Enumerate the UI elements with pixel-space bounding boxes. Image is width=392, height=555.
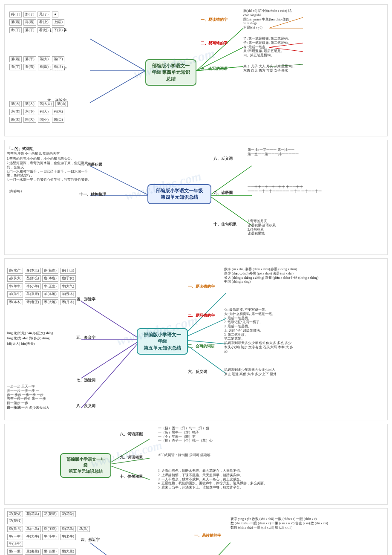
s4-jilei-content: ABB式词语：静悄悄 乐呵呵 笑嘻嘻	[158, 453, 384, 457]
branch-ciyu-label: 七、词语积累	[79, 162, 102, 168]
svg-line-23	[81, 340, 141, 408]
huixie-content: 来了 儿子 大人 月亮 从来 星星 可口 东西 自天 西方 可爱 女子 开水	[243, 64, 384, 73]
svg-line-5	[90, 71, 145, 103]
branch-fanyici-s2: 八、反义词	[213, 156, 233, 162]
svg-line-0	[196, 28, 243, 71]
svg-line-22	[81, 340, 141, 378]
branch-yanyu: 九、谚语圈	[213, 191, 233, 196]
svg-line-11	[90, 166, 150, 196]
s3-fanyici-content: 妈妈来到多少年来来去去多少出入 来去 远近 高低 大小 多少 上下 里外	[224, 368, 382, 376]
section-unit5-part2: 部编版小学语文一年级第五单元知识总结 八、词语搭配 一（幅）图一（只）鸟一（只）…	[4, 424, 388, 505]
s3-huixie-content: 妈妈来到每天多少少年 也许你太多 多么 多少 木头小(刘) 初步 文字有生 石头…	[224, 341, 382, 353]
section-unit5-part1: 部编版小学语文一年级第五单元知识总结 一、易读错的字 数字 (ān x shā)…	[4, 258, 388, 420]
svg-line-27	[188, 543, 231, 555]
branch-s5-xingjin: 四、形近字	[81, 538, 100, 543]
branch-s3-huixie: 三、会写的词语	[188, 344, 215, 349]
section-unit4-part1: 部编版小学语文一年级 第四单元知识总结 一、易读错的字 胸(shū xū) 矿小…	[4, 4, 388, 136]
s3-xingjin-left: 多(水产) 多(本老) 多(花也) 多(十山) 丛(从大) 丛(加么) 也(本也…	[7, 267, 88, 306]
svg-line-20	[81, 301, 141, 340]
tongyinzi-content: 落(着) 落(子) 落(大) 落(下) 看(了) 看(着) 看(后) 看(才)	[9, 56, 94, 71]
svg-line-24	[107, 439, 150, 465]
s4-dapei-content: 一（幅）图一（只）鸟一（只）猫 一（头）黑牛一（群）鸭子 一（个）苹果一（颗）枣…	[158, 426, 384, 443]
yiducuo-content: 胸(shū xū) 矿小胸(chuán z cuán) 鸡 chán sāng/…	[243, 9, 380, 30]
jiaju-s2-content: 1.弯弯的月亮 谚语积累·谚语积累 2.佳句积累 谚语积累地	[248, 219, 380, 236]
center-node-s4: 部编版小学语文一年级第五单元知识总结	[60, 453, 111, 478]
branch-s4-jilei: 九、词语积累	[120, 455, 143, 460]
s5-chars-topleft: 花(花朵) 花(花儿) 花(花草) 花(花朵) 花(花枝) 鸟(鸟儿) 鸟(小鸟…	[7, 511, 92, 555]
branch-jiaju-s2: 十、佳句积累	[213, 222, 236, 227]
branch-yiducuo: 一、易读错的字	[201, 17, 228, 23]
branch-s4-dapei: 八、词语搭配	[120, 432, 143, 437]
branch-s3-yixiecuo: 二、易写错的字	[188, 313, 215, 318]
branch-s3-yiducuo: 一、易读错的字	[188, 284, 215, 289]
s5-yiducuo-content: 要字 yīng x yǐn 数数 (shù x shǔ) 一眼 (chān x …	[231, 517, 386, 529]
duoyinzi-content: 得(了) 加(了) 见(了) ★ 落(着) 得(着) 看(上) 上(后) 出(了…	[9, 11, 94, 34]
s3-yixiecuo-content: 么: 最后两横, 不要写成一笔。 大: 为什么初页码, 第一笔是一笔。 1. 最…	[224, 308, 382, 341]
svg-line-30	[90, 543, 150, 555]
section-unit4-part2: 部编版小学语文一年级第四单元知识总结 「…的」式词组 弯弯的月亮 小小的船儿 蓝…	[4, 140, 388, 255]
svg-line-15	[209, 196, 252, 225]
s3-duoyinzi-content: long 龙(长龙) bàn 办(正文) shíng long 龙(龙) dào…	[7, 331, 79, 346]
yixiecuo-content: 了: 第一笔是横撇, 第二笔是钩。 子: 第一笔是横撇, 第二笔是钩。 令: 最…	[243, 37, 384, 58]
jiegou-content: （内容略）	[7, 189, 84, 194]
svg-line-3	[90, 39, 145, 71]
branch-s3-fanyici: 六、反义词	[188, 370, 207, 375]
center-node-s2: 部编版小学语文一年级第四单元知识总结	[147, 184, 211, 204]
s3-yiducuo-content: 数字 (ān x shā) 渐雾 (chén x shén) 静墨 (shēng…	[224, 267, 382, 284]
page: 部编版小学语文一年级 第四单元知识总结 一、易读错的字 胸(shū xū) 矿小…	[0, 0, 392, 555]
yanyu-content: 一一十十一十一十一十十 十一一十十 一一一 一十一十一一一一一 一十一 一十一一…	[248, 185, 380, 194]
branch-huixie: 三、会写的词语	[201, 66, 228, 72]
s4-jiaju-content: 1. 近看山有色，远听水无声。春去花还在，人来鸟不惊。 2. 上课静悄悄，下课不…	[158, 469, 384, 490]
branch-s3-xingjin: 四、形近字	[76, 297, 95, 302]
branch-s4-jiaju: 十、佳句积累	[120, 474, 143, 480]
branch-yixiecuo: 二、易写错的字	[201, 41, 228, 46]
fanyici-s2-content: 第一排: 一字一一一 第一排一一 第一盒一一第一一一排一一一一一	[248, 148, 380, 156]
section-unit6: 部编版小学语文一年级第六单元知识总结 一、易读错的字 要字 yīng x yǐn…	[4, 508, 388, 555]
center-node-s3: 部编版小学语文一年级第五单元知识总结	[137, 328, 188, 355]
s3-fanyici2-content: 多一少 来一去 多少来去出入	[7, 406, 88, 410]
xingjin-content: 落(大) 落(人) 落(大人) 落(山) 东(木) 东(下) 有(天) 有(水)…	[9, 101, 94, 123]
center-node-s1: 部编版小学语文一年级 第四单元知识总结	[145, 59, 196, 86]
branch-s5-yiducuo: 一、易读错的字	[194, 533, 221, 538]
branch-s3-yufa: 七、远近词	[76, 378, 95, 383]
